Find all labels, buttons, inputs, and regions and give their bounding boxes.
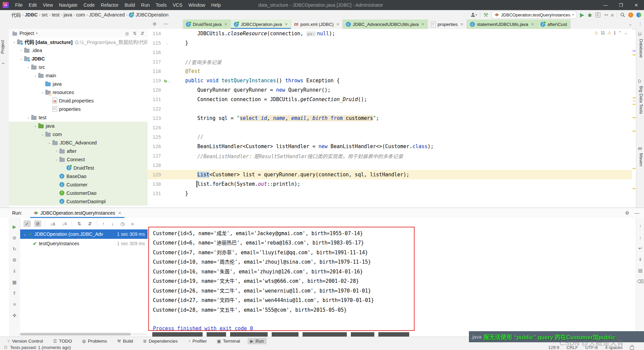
next-warning-icon[interactable]: ⌄ (624, 30, 628, 35)
tree-horizontal-scrollbar[interactable] (20, 333, 147, 336)
tree-toggle-icon[interactable]: ⌄ (40, 132, 45, 136)
maximize-button[interactable]: ❐ (613, 0, 629, 10)
tool-stripe-big-data-tools[interactable]: Big Data Tools (637, 86, 644, 114)
tree-row[interactable]: ⌄Connect (9, 155, 148, 164)
prev-warning-icon[interactable]: ⌃ (618, 30, 622, 35)
test-settings-button[interactable]: ⚙ (9, 257, 20, 263)
tool-button-version-control[interactable]: ⑂Version Control (5, 338, 46, 344)
hidden-tabs-chevron-icon[interactable]: ⌄ (629, 21, 632, 27)
tree-row[interactable]: ⌄com (9, 130, 148, 138)
tree-toggle-icon[interactable]: › (18, 48, 24, 52)
tree-row[interactable]: ⌄代码 [data_structure]G:\1_Program\java_数据… (9, 38, 148, 46)
debug-bug-icon[interactable] (587, 12, 592, 17)
import-test-results-button[interactable]: ⇓ (9, 268, 20, 274)
sort-alphabetically-toggle[interactable]: ↓a (48, 220, 57, 227)
run-settings-icon[interactable]: ⚙ (625, 210, 629, 216)
editor-tab[interactable]: cstatement\JDBCUtils.java✕ (467, 19, 537, 29)
close-icon[interactable]: ✕ (118, 211, 121, 215)
tool-button-build[interactable]: ⚒Build (114, 338, 136, 344)
run-console[interactable]: Customer{id=5, name='成龙', email='Jackey@… (148, 219, 636, 337)
fold-marker-icon[interactable]: ⌄ (166, 41, 168, 45)
tool-stripe-project[interactable]: Project (0, 34, 9, 60)
close-icon[interactable]: ✕ (285, 22, 288, 27)
show-passed-toggle[interactable]: ✓ (23, 220, 31, 227)
menu-edit[interactable]: Edit (26, 0, 40, 10)
editor-tab[interactable]: cJDBCOperation.java✕ (231, 19, 291, 29)
tab-options-icon[interactable]: ⋮ (638, 21, 642, 26)
scrollbar-thumb[interactable] (20, 333, 131, 336)
tree-toggle-icon[interactable]: ⌄ (33, 74, 38, 77)
tree-toggle-icon[interactable]: ⌄ (25, 116, 31, 119)
close-button[interactable]: ✕ (629, 0, 644, 10)
export-test-results-button[interactable]: ⇑ (9, 291, 20, 296)
menu-tools[interactable]: Tools (153, 0, 170, 10)
tree-row[interactable]: properties (9, 105, 148, 113)
editor-tab[interactable]: mpom.xml (JDBC)✕ (291, 19, 343, 29)
locate-file-icon[interactable]: ◎ (125, 31, 129, 36)
inspections-widget[interactable]: ⚠11 ⚠1 ⌃ ⌄ (594, 30, 628, 35)
breadcrumb-item[interactable]: JDBCOperation (136, 12, 168, 17)
hide-run-panel-icon[interactable]: — (635, 210, 639, 216)
clear-console-icon[interactable]: ⌫ (636, 279, 644, 284)
tree-row[interactable]: cBaseDao (9, 172, 148, 180)
breadcrumb-item[interactable]: test (52, 12, 60, 17)
breadcrumb-item[interactable]: src (42, 12, 48, 17)
project-title[interactable]: Project (19, 31, 34, 36)
tree-row[interactable]: ⌄JDBC_Advanced (9, 138, 148, 147)
breadcrumb-item[interactable]: com (76, 12, 85, 17)
tree-row[interactable]: cCustomer (9, 180, 148, 189)
pin-tab-button[interactable]: ✜ (9, 313, 20, 318)
close-icon[interactable]: ✕ (421, 22, 424, 27)
breadcrumb-item[interactable]: JDBC_Advanced (89, 12, 125, 17)
test-history-button[interactable]: ◷ (119, 220, 126, 227)
search-everywhere-icon[interactable] (620, 12, 625, 17)
test-coverage-button[interactable]: ▦ (9, 279, 20, 285)
menu-build[interactable]: Build (121, 0, 138, 10)
scroll-down-icon[interactable]: ↓ (636, 234, 644, 240)
close-icon[interactable]: ✕ (224, 22, 227, 27)
sort-by-duration-toggle[interactable]: ↓≡ (60, 220, 68, 227)
close-icon[interactable]: ✕ (336, 22, 339, 27)
tree-row[interactable]: ⌄JDBC (9, 54, 148, 63)
tool-stripe-database[interactable]: Database (637, 39, 644, 58)
tree-toggle-icon[interactable]: › (54, 149, 59, 153)
tree-toggle-icon[interactable]: ⌄ (25, 65, 31, 69)
profiler-icon[interactable]: ◔▾ (603, 12, 608, 18)
menu-help[interactable]: Help (208, 0, 224, 10)
fold-marker-icon[interactable]: ⌄ (168, 79, 170, 83)
menu-file[interactable]: File (12, 0, 26, 10)
tree-row[interactable]: java (9, 80, 148, 88)
menu-code[interactable]: Code (80, 0, 98, 10)
breadcrumb-item[interactable]: 代码 (11, 11, 21, 18)
tree-row[interactable]: ›after (9, 147, 148, 155)
tree-toggle-icon[interactable]: ⌄ (23, 232, 26, 236)
tool-button-dependencies[interactable]: ≣Dependencies (141, 338, 180, 344)
editor-tab[interactable]: cDruidTest.java✕ (183, 19, 231, 29)
run-tab[interactable]: JDBCOperation.testQueryInstances ✕ (30, 208, 125, 218)
tool-button-run[interactable]: ▶Run (248, 338, 267, 344)
editor-settings-icon[interactable]: ⚙ (153, 21, 157, 27)
run-button[interactable]: ▶ (580, 11, 584, 18)
collapse-all-icon[interactable]: ⇵ (141, 31, 144, 36)
tree-toggle-icon[interactable]: ⌄ (40, 90, 45, 94)
menu-vcs[interactable]: VCS (170, 0, 185, 10)
coverage-icon[interactable]: C (595, 12, 600, 17)
caret-position[interactable]: 129:9 (548, 345, 559, 350)
tool-button-problems[interactable]: ◍Problems (79, 338, 110, 344)
editor-tab[interactable]: cafter\Cust (537, 19, 571, 29)
close-icon[interactable]: ✕ (461, 22, 464, 27)
toggle-auto-test-button[interactable]: ↻ (9, 246, 20, 252)
test-options-button[interactable]: ≡ (9, 302, 20, 307)
print-console-icon[interactable]: ▤ (636, 268, 644, 273)
tool-button-todo[interactable]: ☰TODO (50, 338, 74, 344)
test-tree-row[interactable]: ⌄✔JDBCOperation (com.JDBC_Adv1 sec 309 m… (20, 229, 148, 239)
collapse-all-button[interactable]: ⇵ (86, 220, 94, 227)
tool-button-terminal[interactable]: ▣Terminal (214, 338, 243, 344)
more-actions-chevron[interactable]: » (129, 220, 136, 227)
tree-row[interactable]: Druid.properties (9, 96, 148, 105)
tree-toggle-icon[interactable]: ⌄ (54, 158, 59, 161)
tree-row[interactable]: ICustomerDao (9, 189, 148, 197)
close-icon[interactable]: ✕ (531, 22, 534, 27)
update-available-icon[interactable]: ↑ (628, 12, 633, 17)
tree-toggle-icon[interactable]: ⌄ (47, 141, 52, 144)
